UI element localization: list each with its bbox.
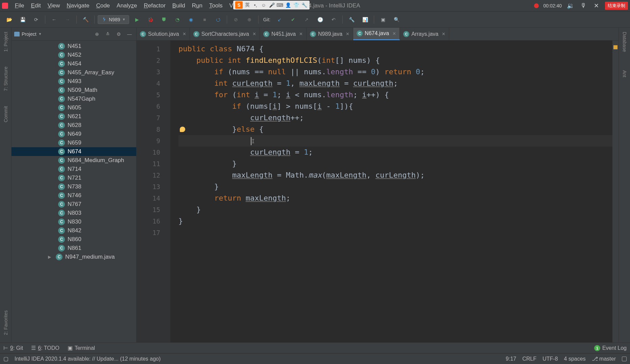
right-tab-ant[interactable]: Ant: [621, 66, 629, 81]
marker-strip[interactable]: [612, 41, 619, 342]
tree-item-N605[interactable]: CN605: [11, 103, 136, 112]
menu-code[interactable]: Code: [93, 1, 113, 10]
settings-icon[interactable]: 🔧: [346, 14, 357, 25]
ime-mic-icon[interactable]: 🎤: [268, 2, 275, 8]
toolwindow-terminal[interactable]: ▣Terminal: [68, 345, 95, 351]
tree-item-N721[interactable]: CN721: [11, 174, 136, 182]
left-tab-favorites[interactable]: 2: Favorites: [2, 306, 10, 339]
run-anything-icon[interactable]: ▣: [377, 14, 389, 25]
git-history-icon[interactable]: 🕘: [314, 14, 326, 25]
close-tab-icon[interactable]: ✕: [183, 31, 186, 36]
caret-position[interactable]: 9:17: [506, 356, 516, 362]
indent-info[interactable]: 4 spaces: [564, 356, 586, 362]
event-log[interactable]: 1 Event Log: [594, 345, 627, 351]
tree-item-N493[interactable]: CN493: [11, 77, 136, 86]
ime-emoji-icon[interactable]: ☺: [260, 2, 267, 8]
left-tab-structure[interactable]: 7: Structure: [2, 62, 10, 95]
build-icon[interactable]: 🔨: [80, 14, 91, 25]
lock-icon[interactable]: [622, 357, 627, 361]
menu-analyze[interactable]: Analyze: [113, 1, 141, 10]
sync-icon[interactable]: ⟳: [30, 14, 42, 25]
git-branch[interactable]: ⎇ master: [592, 356, 616, 362]
menu-file[interactable]: File: [11, 1, 27, 10]
tree-item-N746[interactable]: CN746: [11, 191, 136, 200]
ime-keyboard-icon[interactable]: ⌨: [276, 2, 283, 8]
tab-Arrays-java[interactable]: CArrays.java✕: [400, 28, 449, 40]
search-icon[interactable]: 🔍: [391, 14, 402, 25]
tree-item-N628[interactable]: CN628: [11, 121, 136, 130]
ime-punct-icon[interactable]: •,: [252, 2, 259, 8]
tree-item-N842[interactable]: CN842: [11, 226, 136, 235]
menu-tools[interactable]: Tools: [206, 1, 226, 10]
menu-refactor[interactable]: Refactor: [141, 1, 169, 10]
project-tree[interactable]: CN451CN452CN454CN455_Array_EasyCN493CN50…: [11, 41, 136, 342]
coverage-icon[interactable]: ⛊: [158, 14, 170, 25]
tree-item-N830[interactable]: CN830: [11, 217, 136, 226]
close-tab-icon[interactable]: ✕: [346, 31, 349, 36]
menu-view[interactable]: View: [44, 1, 64, 10]
bp-mute-icon[interactable]: ⊘: [230, 14, 242, 25]
git-commit-icon[interactable]: ✔: [287, 14, 299, 25]
ime-toolbar[interactable]: S 英 •, ☺ 🎤 ⌨ 👤 👕 🔧: [233, 1, 310, 9]
run-icon[interactable]: ▶: [131, 14, 143, 25]
tab-SortCharacters-java[interactable]: CSortCharacters.java✕: [190, 28, 260, 40]
debug-icon[interactable]: 🐞: [145, 14, 156, 25]
forward-icon[interactable]: →: [62, 14, 73, 25]
tree-item-N547Gaph[interactable]: CN547Gaph: [11, 95, 136, 103]
tree-item-N649[interactable]: CN649: [11, 130, 136, 138]
status-icon[interactable]: ▢: [3, 356, 8, 362]
tree-item-N455_Array_Easy[interactable]: CN455_Array_Easy: [11, 68, 136, 77]
open-icon[interactable]: 📂: [3, 14, 15, 25]
project-header-title[interactable]: Project ▼: [14, 31, 42, 37]
menu-navigate[interactable]: Navigate: [63, 1, 93, 10]
tree-item-N738[interactable]: CN738: [11, 182, 136, 191]
line-separator[interactable]: CRLF: [522, 356, 536, 362]
hide-icon[interactable]: —: [125, 30, 134, 38]
close-tab-icon[interactable]: ✕: [252, 31, 256, 36]
close-tab-icon[interactable]: ✕: [442, 31, 445, 36]
tree-item-N684_Medium_Graph[interactable]: CN684_Medium_Graph: [11, 156, 136, 165]
tree-item-N861[interactable]: CN861: [11, 244, 136, 253]
concurrency-icon[interactable]: ◉: [185, 14, 197, 25]
file-encoding[interactable]: UTF-8: [542, 356, 558, 362]
tree-item-N621[interactable]: CN621: [11, 112, 136, 121]
tree-item-N454[interactable]: CN454: [11, 59, 136, 68]
mic-icon[interactable]: 🎙: [579, 2, 587, 10]
git-push-icon[interactable]: ↗: [301, 14, 312, 25]
speaker-icon[interactable]: 🔉: [566, 2, 575, 10]
close-tab-icon[interactable]: ✕: [392, 31, 396, 36]
locate-icon[interactable]: ⊕: [93, 30, 101, 38]
tree-item-N767[interactable]: CN767: [11, 200, 136, 209]
tab-Solution-java[interactable]: CSolution.java✕: [137, 28, 190, 40]
tree-item-N659[interactable]: CN659: [11, 138, 136, 147]
ime-tool-icon[interactable]: 🔧: [301, 2, 308, 8]
tab-N989-java[interactable]: CN989.java✕: [307, 28, 353, 40]
save-icon[interactable]: 💾: [17, 14, 28, 25]
restart-icon[interactable]: ⭯: [212, 14, 224, 25]
menu-build[interactable]: Build: [169, 1, 189, 10]
profile-icon[interactable]: ◔: [172, 14, 183, 25]
gear-icon[interactable]: ⚙: [115, 30, 123, 38]
ime-skin-icon[interactable]: 👕: [293, 2, 299, 8]
bp-view-icon[interactable]: ⊕: [244, 14, 255, 25]
tree-item-N509_Math[interactable]: CN509_Math: [11, 86, 136, 95]
left-tab-project[interactable]: 1: Project: [2, 28, 10, 56]
status-message[interactable]: IntelliJ IDEA 2020.1.4 available: // Upd…: [15, 356, 161, 362]
tree-item-N714[interactable]: CN714: [11, 165, 136, 174]
close-icon[interactable]: ✕: [592, 2, 600, 10]
tree-item-N860[interactable]: CN860: [11, 235, 136, 244]
code-editor[interactable]: public class N674 { public int findLengt…: [170, 41, 612, 342]
line-gutter[interactable]: 1234567891011121314151617: [137, 41, 170, 342]
expand-icon[interactable]: ≛: [104, 30, 112, 38]
ime-lang-icon[interactable]: 英: [244, 2, 251, 8]
run-config-select[interactable]: N989 ▼: [98, 15, 129, 24]
tree-item-N451[interactable]: CN451: [11, 42, 136, 51]
left-tab-commit[interactable]: Commit: [2, 102, 10, 126]
stop-icon[interactable]: ■: [199, 14, 210, 25]
git-update-icon[interactable]: ↙: [274, 14, 285, 25]
right-tab-database[interactable]: Database: [621, 28, 629, 56]
tab-N451-java[interactable]: CN451.java✕: [260, 28, 307, 40]
menu-edit[interactable]: Edit: [27, 1, 44, 10]
close-tab-icon[interactable]: ✕: [299, 31, 303, 36]
back-icon[interactable]: ←: [48, 14, 60, 25]
